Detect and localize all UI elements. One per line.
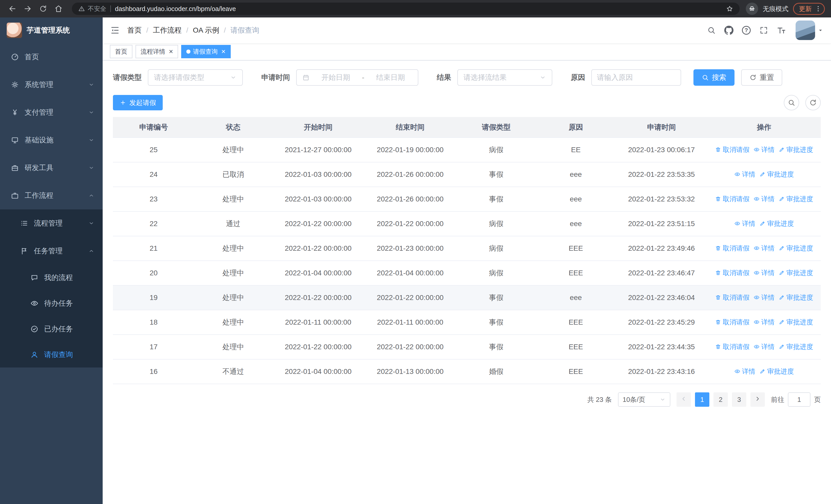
sidebar-item-system-management[interactable]: 系统管理 [0, 71, 103, 98]
leave-type-select[interactable]: 请选择请假类型 [148, 69, 243, 86]
detail-link[interactable]: 详情 [753, 145, 775, 154]
table-row: 21处理中2022-01-22 00:00:002022-01-23 00:00… [113, 236, 821, 261]
sidebar-item-todo-tasks[interactable]: 待办任务 [0, 291, 103, 316]
browser-home-button[interactable] [51, 2, 66, 16]
sidebar-item-leave-query[interactable]: 请假查询 [0, 342, 103, 367]
refresh-table-button[interactable] [805, 95, 821, 110]
table-row: 25处理中2021-12-27 00:00:002022-01-19 00:00… [113, 138, 821, 162]
page-size-select[interactable]: 10条/页 [618, 392, 670, 407]
help-icon[interactable]: ? [738, 22, 754, 38]
approval-progress-link[interactable]: 审批进度 [779, 145, 813, 154]
table-toolbar: 发起请假 [113, 95, 821, 110]
chevron-down-icon [88, 220, 94, 226]
column-header: 操作 [708, 117, 821, 138]
sidebar-item-done-tasks[interactable]: 已办任务 [0, 316, 103, 342]
sidebar-item-process-management[interactable]: 流程管理 [0, 209, 103, 237]
toggle-search-button[interactable] [784, 95, 799, 110]
sidebar-item-task-management[interactable]: 任务管理 [0, 237, 103, 265]
next-page-button[interactable] [750, 392, 765, 407]
approval-progress-link[interactable]: 审批进度 [760, 170, 794, 179]
cancel-leave-link[interactable]: 取消请假 [715, 195, 749, 204]
detail-link[interactable]: 详情 [753, 342, 775, 351]
page-2-button[interactable]: 2 [713, 392, 728, 407]
tab-leave-query[interactable]: 请假查询× [181, 45, 230, 58]
row-actions: 取消请假详情审批进度 [708, 236, 821, 261]
prev-page-button[interactable] [677, 392, 691, 407]
reason-input[interactable] [597, 73, 676, 82]
detail-link[interactable]: 详情 [753, 268, 775, 277]
sidebar-toggle-button[interactable] [103, 18, 127, 43]
close-tab-icon[interactable]: × [169, 48, 173, 55]
goto-page-input[interactable] [788, 392, 810, 407]
approval-progress-link[interactable]: 审批进度 [760, 367, 794, 376]
approval-progress-link[interactable]: 审批进度 [779, 195, 813, 204]
sidebar-item-my-process[interactable]: 我的流程 [0, 265, 103, 291]
approval-progress-link[interactable]: 审批进度 [779, 342, 813, 351]
breadcrumb-item-2[interactable]: OA 示例 [193, 25, 220, 35]
tab-home[interactable]: 首页 [110, 45, 133, 58]
bookmark-star-icon[interactable] [726, 5, 734, 12]
browser-forward-button[interactable] [21, 2, 35, 16]
sidebar-item-infrastructure[interactable]: 基础设施 [0, 126, 103, 154]
detail-link[interactable]: 详情 [734, 170, 755, 179]
security-indicator[interactable]: 不安全 [78, 5, 106, 13]
cancel-leave-link[interactable]: 取消请假 [715, 318, 749, 327]
github-icon[interactable] [721, 22, 737, 38]
cancel-leave-link[interactable]: 取消请假 [715, 342, 749, 351]
font-size-icon[interactable] [773, 22, 790, 38]
breadcrumb-item-0[interactable]: 首页 [127, 25, 142, 35]
detail-link[interactable]: 详情 [753, 293, 775, 302]
apply-time-range-picker[interactable]: 开始日期 - 结束日期 [296, 69, 418, 86]
tab-process-detail[interactable]: 流程详情× [136, 45, 178, 58]
date-range-separator: - [362, 73, 364, 82]
table-cell: 病假 [456, 138, 536, 162]
approval-progress-link[interactable]: 审批进度 [779, 318, 813, 327]
table-cell: 19 [113, 285, 194, 310]
reset-button[interactable]: 重置 [741, 69, 782, 86]
breadcrumb-item-1[interactable]: 工作流程 [153, 25, 182, 35]
sidebar-item-workflow[interactable]: 工作流程 [0, 182, 103, 209]
search-icon[interactable] [703, 22, 720, 38]
search-button[interactable]: 搜索 [693, 69, 735, 86]
fullscreen-icon[interactable] [755, 22, 772, 38]
create-leave-button[interactable]: 发起请假 [113, 95, 163, 110]
table-cell: 17 [113, 335, 194, 359]
browser-reload-button[interactable] [36, 2, 50, 16]
browser-back-button[interactable] [5, 2, 20, 16]
table-cell: eee [536, 187, 615, 211]
column-header: 申请编号 [113, 117, 194, 138]
address-bar[interactable]: 不安全 dashboard.yudao.iocoder.cn/bpm/oa/le… [72, 3, 740, 15]
detail-link[interactable]: 详情 [734, 219, 755, 228]
page-3-button[interactable]: 3 [732, 392, 746, 407]
cancel-leave-link[interactable]: 取消请假 [715, 145, 749, 154]
table-cell: 2022-01-22 00:00:00 [272, 211, 365, 236]
user-menu[interactable] [796, 21, 824, 40]
detail-link[interactable]: 详情 [753, 318, 775, 327]
cancel-leave-link[interactable]: 取消请假 [715, 293, 749, 302]
result-select[interactable]: 请选择流结果 [457, 69, 552, 86]
detail-link[interactable]: 详情 [753, 195, 775, 204]
browser-update-button[interactable]: 更新 [793, 3, 825, 15]
filter-form: 请假类型 请选择请假类型 申请时间 开始日期 - 结束日期 [113, 69, 821, 86]
detail-link[interactable]: 详情 [753, 244, 775, 253]
approval-progress-link[interactable]: 审批进度 [779, 244, 813, 253]
page-1-button[interactable]: 1 [695, 392, 709, 407]
pen-icon [760, 368, 766, 375]
eye-icon [753, 196, 760, 202]
sidebar-item-payment-management[interactable]: 支付管理 [0, 98, 103, 126]
chevron-down-icon [230, 74, 237, 81]
chevron-left-icon [680, 395, 687, 404]
close-tab-icon[interactable]: × [221, 48, 225, 55]
sidebar-item-devtools[interactable]: 研发工具 [0, 154, 103, 182]
cancel-leave-link[interactable]: 取消请假 [715, 268, 749, 277]
approval-progress-link[interactable]: 审批进度 [760, 219, 794, 228]
sidebar-item-home[interactable]: 首页 [0, 43, 103, 71]
table-row: 17处理中2022-01-22 00:00:002022-01-22 00:00… [113, 335, 821, 359]
start-date-placeholder: 开始日期 [314, 72, 357, 82]
browser-menu-icon[interactable] [814, 5, 822, 12]
approval-progress-link[interactable]: 审批进度 [779, 293, 813, 302]
cancel-leave-link[interactable]: 取消请假 [715, 244, 749, 253]
detail-link[interactable]: 详情 [734, 367, 755, 376]
app-logo[interactable]: 芋道管理系统 [0, 18, 103, 43]
approval-progress-link[interactable]: 审批进度 [779, 268, 813, 277]
